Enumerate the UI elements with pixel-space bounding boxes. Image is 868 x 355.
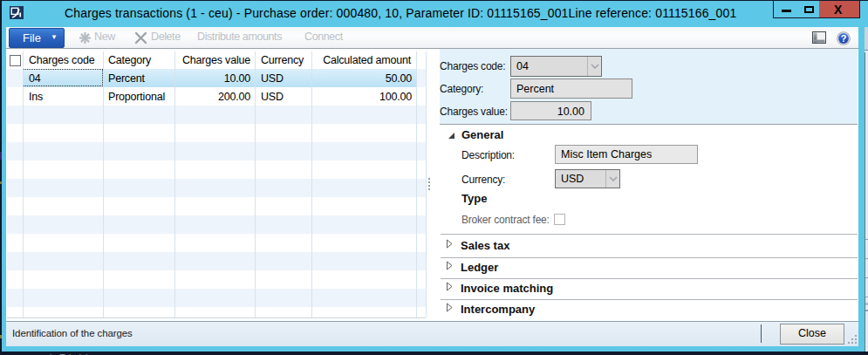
- svg-text:?: ?: [841, 33, 847, 44]
